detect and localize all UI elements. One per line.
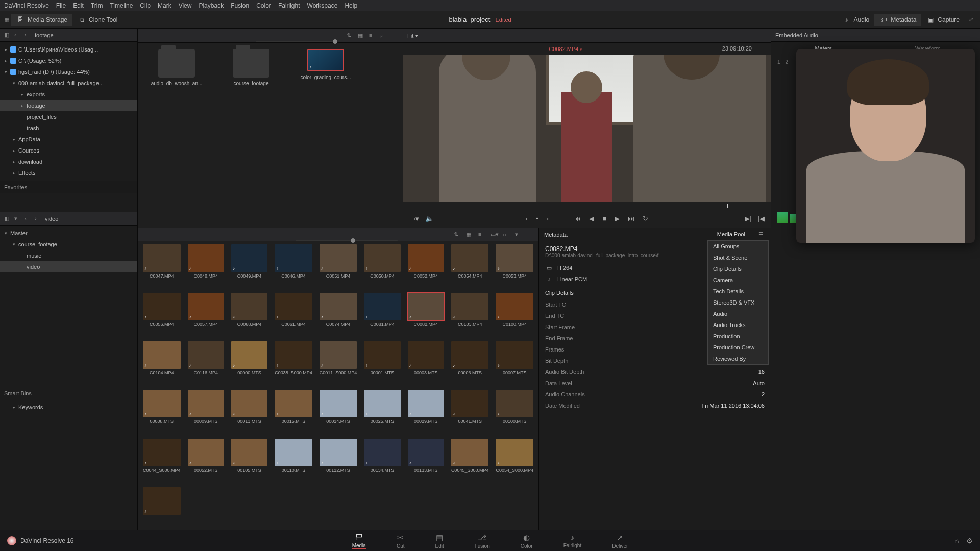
dropdown-item[interactable]: Audio Tracks	[708, 319, 768, 331]
tree-item[interactable]: trash	[0, 122, 137, 134]
clip-thumbnail[interactable]: ♪	[364, 341, 400, 369]
menu-help[interactable]: Help	[345, 2, 357, 9]
clip-item[interactable]: ♪00007.MTS	[496, 341, 533, 386]
clip-thumbnail[interactable]: ♪	[496, 293, 533, 320]
dropdown-item[interactable]: Camera	[708, 274, 768, 286]
folder-item[interactable]: course_footage	[220, 49, 282, 86]
clip-thumbnail[interactable]: ♪	[188, 390, 224, 417]
clip-thumbnail[interactable]: ♪	[143, 487, 181, 515]
clip-item[interactable]: ♪00025.MTS	[364, 390, 400, 434]
clip-thumbnail[interactable]: ♪	[231, 341, 267, 369]
clip-item[interactable]: ♪00029.MTS	[408, 390, 444, 434]
clip-thumbnail[interactable]: ♪	[143, 390, 181, 417]
clip-item[interactable]: ♪color_grading_cours...	[295, 49, 356, 80]
tree-item[interactable]: ▸exports	[0, 89, 137, 100]
clip-item[interactable]: ♪00013.MTS	[231, 390, 267, 434]
workspace-icon[interactable]: ▦	[4, 16, 11, 23]
clip-item[interactable]: ♪00003.MTS	[408, 341, 444, 386]
storage-breadcrumb[interactable]: footage	[35, 32, 133, 38]
clip-thumbnail[interactable]: ♪	[364, 390, 400, 417]
clip-item[interactable]: ♪C0056.MP4	[143, 293, 181, 337]
zoom-fit-select[interactable]: Fit▾	[407, 33, 418, 39]
clip-item[interactable]: ♪C0053.MP4	[496, 244, 533, 289]
thumb-size-slider[interactable]	[333, 39, 337, 44]
clip-thumbnail[interactable]: ♪	[231, 244, 267, 272]
list-view-icon[interactable]: ≡	[369, 32, 376, 39]
clip-thumbnail[interactable]: ♪	[451, 293, 489, 320]
list-view-icon[interactable]: ≡	[478, 231, 485, 238]
tree-item[interactable]: ▸Effects	[0, 167, 137, 179]
settings-icon[interactable]: ⚙	[966, 537, 973, 545]
tree-item[interactable]: ▸C:\ (Usage: 52%)	[0, 55, 137, 66]
tree-item[interactable]: ▾hgst_raid (D:\) (Usage: 44%)	[0, 66, 137, 78]
clip-item[interactable]: ♪00052.MTS	[188, 439, 224, 483]
mark-in-out-icon[interactable]: ▭▾	[409, 215, 419, 222]
audio-button[interactable]: ♪ Audio	[838, 14, 875, 26]
dropdown-item[interactable]: Reviewed By	[708, 353, 768, 364]
page-tab-fusion[interactable]: ⎇Fusion	[475, 532, 490, 549]
menu-edit[interactable]: Edit	[73, 2, 84, 9]
search-icon[interactable]: ⌕	[380, 32, 387, 39]
menu-trim[interactable]: Trim	[91, 2, 103, 9]
clip-item[interactable]: ♪C0044_S000.MP4	[143, 439, 181, 483]
stop-icon[interactable]: ■	[602, 215, 606, 222]
clip-thumbnail[interactable]: ♪	[408, 439, 444, 466]
tree-item[interactable]: ▸download	[0, 156, 137, 167]
menu-file[interactable]: File	[56, 2, 66, 9]
menu-fairlight[interactable]: Fairlight	[278, 2, 300, 9]
clip-item[interactable]: ♪C0054_S000.MP4	[496, 439, 533, 483]
viewer-scrubber[interactable]	[403, 202, 771, 209]
clip-thumbnail[interactable]: ♪	[320, 439, 357, 466]
dropdown-item[interactable]: Production Crew	[708, 342, 768, 353]
menu-mark[interactable]: Mark	[158, 2, 172, 9]
clip-thumbnail[interactable]: ♪	[275, 341, 312, 369]
clip-item[interactable]: ♪C0100.MP4	[496, 293, 533, 337]
menu-davinci-resolve[interactable]: DaVinci Resolve	[4, 2, 49, 9]
clip-thumbnail[interactable]: ♪	[188, 293, 224, 320]
clip-thumbnail[interactable]: ♪	[364, 244, 400, 272]
clip-item[interactable]: ♪00009.MTS	[188, 390, 224, 434]
more-icon[interactable]: ⋯	[527, 231, 534, 238]
menu-view[interactable]: View	[179, 2, 192, 9]
search-icon[interactable]: ⌕	[503, 231, 510, 238]
playhead-icon[interactable]: •	[536, 215, 538, 222]
filter-icon[interactable]: ▾	[515, 231, 522, 238]
clip-thumbnail[interactable]: ♪	[320, 293, 357, 320]
clip-thumbnail[interactable]: ♪	[143, 439, 181, 466]
clip-thumbnail[interactable]: ♪	[408, 244, 444, 272]
clip-thumbnail[interactable]: ♪	[143, 244, 181, 272]
clip-thumbnail[interactable]: ♪	[231, 390, 267, 417]
clip-item[interactable]: ♪C0103.MP4	[451, 293, 489, 337]
sidebar-toggle-icon[interactable]: ◧	[4, 32, 11, 39]
clip-item[interactable]: ♪C0116.MP4	[188, 341, 224, 386]
clip-thumbnail[interactable]: ♪	[451, 390, 489, 417]
clip-thumbnail[interactable]: ♪	[275, 293, 312, 320]
clip-item[interactable]: ♪00001.MTS	[364, 341, 400, 386]
tree-item[interactable]: ▸footage	[0, 100, 137, 111]
chevron-down-icon[interactable]: ▾	[14, 215, 21, 222]
clip-item[interactable]: ♪C0074.MP4	[320, 293, 357, 337]
clip-thumbnail[interactable]: ♪	[320, 341, 357, 369]
page-tab-edit[interactable]: ▤Edit	[435, 532, 444, 549]
tree-item[interactable]: ▾Master	[0, 228, 137, 239]
clip-item[interactable]: ♪C0047.MP4	[143, 244, 181, 289]
media-storage-button[interactable]: 🗄 Media Storage	[11, 14, 72, 26]
clip-item[interactable]: ♪C0045_S000.MP4	[451, 439, 489, 483]
clip-item[interactable]: ♪	[143, 487, 181, 527]
clip-item[interactable]: ♪C0051.MP4	[320, 244, 357, 289]
go-end-icon[interactable]: ▶|	[745, 215, 751, 222]
nav-back-icon[interactable]: ‹	[24, 215, 32, 222]
clip-thumbnail[interactable]: ♪	[408, 341, 444, 369]
more-icon[interactable]: ⋯	[391, 32, 399, 39]
clip-thumbnail[interactable]: ♪	[320, 244, 357, 272]
page-tab-deliver[interactable]: ↗Deliver	[612, 532, 628, 549]
next-clip-icon[interactable]: ›	[547, 215, 549, 222]
tree-item[interactable]: ▸C:\Users\Ирина\Videos (Usag...	[0, 44, 137, 55]
clip-item[interactable]: ♪00110.MTS	[275, 439, 312, 483]
clone-tool-button[interactable]: ⧉ Clone Tool	[72, 14, 122, 26]
clip-item[interactable]: ♪C0104.MP4	[143, 341, 181, 386]
clip-item[interactable]: ♪00014.MTS	[320, 390, 357, 434]
tree-item[interactable]: ▸Cources	[0, 145, 137, 156]
expand-icon[interactable]: ⤢	[969, 16, 976, 23]
metadata-button[interactable]: 🏷 Metadata	[874, 14, 921, 26]
